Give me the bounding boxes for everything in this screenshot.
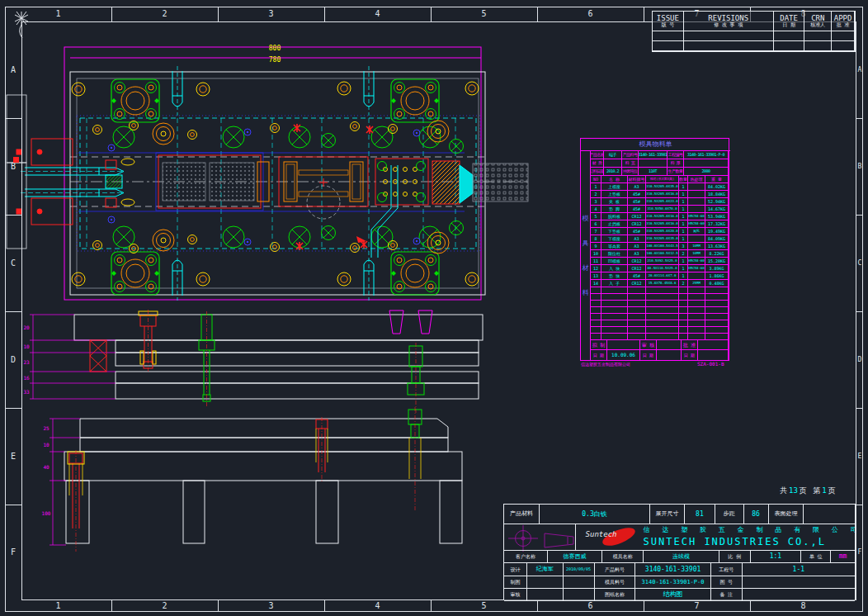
bom-row: 4垫 脚45#310.5X50.0X70.0114.67KG xyxy=(591,206,729,213)
side-char: 模 xyxy=(583,216,589,222)
bom-cell: 45# xyxy=(628,228,646,235)
bom-cell xyxy=(646,327,679,334)
info-label: 料 厚 xyxy=(668,159,684,168)
pager-label: 共 xyxy=(780,486,787,496)
bom-cell: 310.5X205.0X16.0 xyxy=(646,213,679,220)
field-value: 81 xyxy=(685,505,715,524)
bom-colhead: 热处理 xyxy=(688,176,705,183)
bom-empty-row xyxy=(591,327,729,334)
zone-row-label: A xyxy=(11,66,16,74)
bom-cell: 凹模板 xyxy=(601,258,628,265)
zone-tick xyxy=(644,7,644,21)
project-number: 1-1 xyxy=(743,563,855,576)
bom-cell xyxy=(628,334,646,340)
bom-cell: 限位柱 xyxy=(601,250,628,258)
bom-cell: 入 子 xyxy=(601,280,628,287)
zone-row-label: C xyxy=(858,259,862,268)
field-value: 86 xyxy=(744,505,769,524)
footer-date xyxy=(657,350,682,361)
bom-cell: 等高套 xyxy=(601,243,628,250)
bom-cell xyxy=(688,183,705,191)
bom-cell: 1 xyxy=(679,206,688,213)
bom-cell xyxy=(628,287,646,294)
side-char: 料 xyxy=(583,290,589,296)
zone-row-label: F xyxy=(11,548,16,557)
bom-cell: 止挡板 xyxy=(601,220,628,228)
revisions-header: REVISIONS修 改 事 项 xyxy=(684,12,774,31)
bom-cell xyxy=(591,320,601,327)
bom-cell: 1 xyxy=(679,213,688,220)
bom-cell xyxy=(705,334,729,340)
bom-row: 12入 块CR1280.5X118.5X25.01HRC58-603.89KG xyxy=(591,265,729,272)
bom-cell: 310.5X205.0X23.0 xyxy=(646,198,679,206)
field-label: 审核 xyxy=(504,589,527,601)
bom-cell: 上模座 xyxy=(601,183,628,191)
bom-cell: 45# xyxy=(628,198,646,206)
bom-cell xyxy=(688,301,705,307)
bom-cell xyxy=(601,314,628,320)
bom-empty-row xyxy=(591,320,729,327)
bom-cell: 310.5X205.0X35.0 xyxy=(646,183,679,191)
bom-cell: 9 xyxy=(591,243,601,250)
field-label: 客户名称 xyxy=(504,551,548,563)
bom-cell xyxy=(591,294,601,301)
sheet-number xyxy=(743,576,855,589)
info-value: 3140-161-33901-P-0 xyxy=(684,151,729,159)
bom-cell: A3 xyxy=(628,243,646,250)
field-label: 备 注 xyxy=(711,589,743,601)
info-label: 冲床吨位 xyxy=(622,168,639,176)
bom-cell: 7 xyxy=(591,228,601,235)
bom-cell xyxy=(601,320,628,327)
zone-row-label: E xyxy=(11,453,16,461)
revisions-table: ISSUE版 号REVISIONS修 改 事 项DATE日 期CRN核准人APP… xyxy=(652,11,856,52)
zone-tick xyxy=(537,600,538,612)
field-value xyxy=(527,576,564,589)
bom-cell xyxy=(591,307,601,314)
bom-cell: 1 xyxy=(679,258,688,265)
bom-cell xyxy=(688,294,705,301)
zone-col-label: 7 xyxy=(694,602,699,610)
zone-tick xyxy=(856,505,863,505)
bom-cell: 14.67KG xyxy=(705,206,729,213)
bom-cell: 100.0X100.5X12.5 xyxy=(646,250,679,258)
bom-row: 13垫 块45#20.0X114.6X7.011.86KG xyxy=(591,272,729,280)
bom-row: 3夹 板45#310.5X205.0X23.0152.94KG xyxy=(591,198,729,206)
bom-cell: 2 xyxy=(591,191,601,198)
bom-cell: 45# xyxy=(628,206,646,213)
bom-cell: 310.5X50.0X70.0 xyxy=(646,206,679,213)
page-counter: 共13页 第1页 xyxy=(779,486,837,496)
bom-row: 11凹模板CR12210.5X92.5X25.01HRC58-6015.20KG xyxy=(591,258,729,265)
bom-cell xyxy=(646,334,679,340)
bom-cell: CR12 xyxy=(628,265,646,272)
bom-cell xyxy=(601,307,628,314)
bom-cell xyxy=(646,287,679,294)
zone-tick xyxy=(537,7,538,21)
footer-label: 审 核 xyxy=(640,340,657,350)
bom-cell xyxy=(646,314,679,320)
bom-side-label: 模具材料 xyxy=(581,151,591,361)
bom-row: 9等高套A3100.0X100.5X43.5310MM13.63KG xyxy=(591,243,729,250)
designer-name: 纪海军 xyxy=(527,563,564,576)
field-label: 比 例 xyxy=(719,551,751,563)
bom-cell: 8 xyxy=(591,235,601,243)
bom-cell xyxy=(688,320,705,327)
company-name-en: SUNTECH INDUSTRIES CO.,L xyxy=(644,537,826,547)
bom-cell xyxy=(688,235,705,243)
bom-cell: A3 xyxy=(628,250,646,258)
bom-cell xyxy=(601,301,628,307)
zone-tick xyxy=(856,118,863,119)
cad-sheet: 800 780 xyxy=(0,0,868,616)
bom-row: 5脱料板CR12310.5X205.0X16.01HRC58-6053.94KG xyxy=(591,213,729,220)
bom-cell: 1 xyxy=(591,183,601,191)
bom-cell: 脱料板 xyxy=(601,213,628,220)
field-label: 单 位 xyxy=(801,551,831,563)
footer-date: 10.09.06 xyxy=(607,350,640,361)
revisions-cell xyxy=(684,31,774,41)
bom-cell: CR12 xyxy=(628,280,646,287)
bom-cell: 45# xyxy=(628,191,646,198)
bom-cell xyxy=(679,314,688,320)
header-cn: 日 期 xyxy=(782,22,795,27)
zone-tick xyxy=(324,7,325,21)
bom-cell: 1.86KG xyxy=(705,272,729,280)
zone-tick xyxy=(5,215,21,216)
